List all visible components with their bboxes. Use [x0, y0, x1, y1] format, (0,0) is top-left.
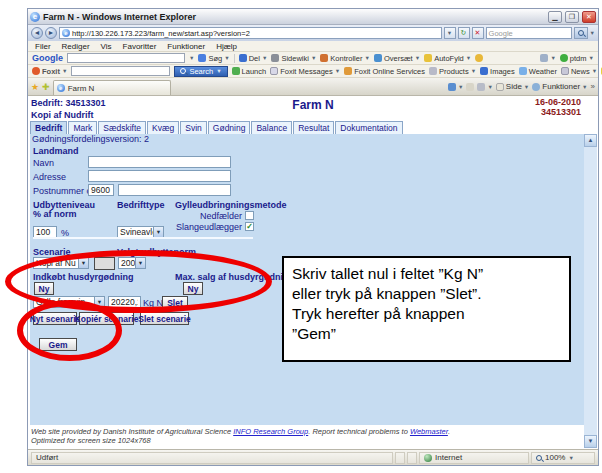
user-status-icon: [560, 54, 568, 62]
tab-bar: ★ ✚ e Farm N ▼ ▼ Side ▼ Funktioner ▼ »: [28, 78, 598, 95]
menu-favoritter[interactable]: Favoritter: [123, 42, 157, 51]
header-number: 34513301: [535, 107, 581, 117]
zoom-level: 100%: [545, 453, 565, 462]
foxit-toolbar: Foxit ▼ Search ▼ Launch Foxit Messages ▼…: [28, 65, 598, 78]
menu-vis[interactable]: Vis: [101, 42, 112, 51]
google-search-input[interactable]: [67, 53, 185, 63]
pencil-icon[interactable]: [475, 54, 483, 62]
chevron-down-icon[interactable]: ▼: [189, 55, 194, 61]
menu-bar: Filer Rediger Vis Favoritter Funktioner …: [28, 41, 598, 52]
foxit-item-weather[interactable]: Weather: [519, 67, 557, 76]
callout-line: Tryk herefter på knappen: [292, 304, 561, 324]
footer-text: . Report technical problems to: [308, 427, 410, 436]
tab-saedskifte[interactable]: Sædskifte: [98, 121, 146, 134]
url-dropdown-button[interactable]: ▼: [444, 27, 456, 39]
chevron-down-icon: ▼: [592, 68, 597, 74]
foxit-item-images[interactable]: Images: [480, 67, 515, 76]
google-account-button[interactable]: ptdm ▼: [560, 54, 594, 63]
toolbar-overflow-icon[interactable]: »: [591, 82, 595, 91]
foxit-item-products[interactable]: Products ▼: [429, 67, 476, 76]
google-item-del[interactable]: Del ▼: [239, 54, 268, 63]
slet-scenarie-button[interactable]: Slet scenarie: [140, 312, 189, 325]
udbytte-heading-line2: % af norm: [33, 209, 77, 219]
tab-mark[interactable]: Mark: [68, 121, 97, 134]
home-button[interactable]: ▼: [448, 83, 463, 91]
toolbar-wrench-button[interactable]: ▼: [540, 54, 555, 62]
google-item-kontroller[interactable]: Kontroller ▼: [320, 54, 370, 63]
menu-rediger[interactable]: Rediger: [62, 42, 90, 51]
postnr-field[interactable]: [88, 184, 114, 196]
tab-balance[interactable]: Balance: [251, 121, 292, 134]
footer-line1: Web site provided by Danish Institute of…: [31, 427, 571, 436]
messages-icon: [270, 67, 278, 75]
browser-window: e Farm N - Windows Internet Explorer ▁ ❐…: [27, 8, 599, 466]
news-icon: [561, 67, 569, 75]
url-field[interactable]: e http://130.226.173.223/farm_new/start.…: [59, 27, 442, 39]
google-item-label: Kontroller: [330, 54, 362, 63]
adresse-field[interactable]: [88, 170, 231, 182]
google-item-autofyld[interactable]: AutoFyld ▼: [424, 54, 471, 63]
foxit-item-messages[interactable]: Foxit Messages ▼: [270, 67, 340, 76]
chevron-down-icon: ▼: [311, 55, 316, 61]
tab-kvaeg[interactable]: Kvæg: [147, 121, 179, 134]
foxit-item-label: Weather: [529, 67, 557, 76]
footer-text: .: [448, 427, 450, 436]
vertical-scrollbar[interactable]: ▲ ▼: [584, 134, 597, 448]
chevron-down-icon: ▼: [335, 68, 340, 74]
menu-funktioner[interactable]: Funktioner: [167, 42, 205, 51]
menu-hjaelp[interactable]: Hjælp: [216, 42, 237, 51]
callout-line: ”Gem”: [292, 324, 561, 344]
add-favorite-icon[interactable]: ✚: [42, 82, 50, 92]
search-icon: [180, 68, 186, 74]
page-menu-button[interactable]: Side ▼: [496, 82, 529, 91]
back-button[interactable]: ◄: [31, 27, 43, 39]
foxit-item-online-services[interactable]: Foxit Online Services: [344, 67, 425, 76]
maximize-button[interactable]: ❐: [565, 11, 579, 23]
search-go-button[interactable]: [574, 27, 588, 39]
slangeudlaegger-checkbox[interactable]: ✓: [245, 222, 254, 231]
search-dropdown-icon[interactable]: ▼: [590, 30, 595, 36]
stop-button[interactable]: ✕: [472, 27, 484, 39]
foxit-logo-button[interactable]: Foxit ▼: [32, 67, 67, 76]
foxit-search-input[interactable]: [71, 66, 170, 76]
foxit-search-button[interactable]: Search ▼: [174, 66, 227, 77]
google-item-label: AutoFyld: [434, 54, 464, 63]
menu-filer[interactable]: Filer: [35, 42, 51, 51]
tab-svin[interactable]: Svin: [180, 121, 207, 134]
forward-button[interactable]: ►: [45, 27, 57, 39]
page-tab-strip: Bedrift Mark Sædskifte Kvæg Svin Gødning…: [30, 121, 404, 134]
zoom-control[interactable]: 100% ▼: [531, 452, 595, 464]
scroll-up-icon[interactable]: ▲: [584, 134, 597, 147]
minimize-button[interactable]: ▁: [548, 11, 562, 23]
chevron-down-icon: ▼: [458, 84, 463, 90]
tab-dokumentation[interactable]: Dokumentation: [335, 121, 402, 134]
search-input[interactable]: Google: [486, 27, 572, 39]
chevron-down-icon: ▼: [62, 68, 67, 74]
nedfaelder-checkbox[interactable]: [245, 211, 254, 220]
google-item-oversaet[interactable]: Oversæt ▼: [374, 54, 420, 63]
tab-goedning[interactable]: Gødning: [208, 121, 251, 134]
tools-menu-button[interactable]: Funktioner ▼: [532, 82, 587, 91]
print-button[interactable]: ▼: [477, 83, 492, 91]
scroll-down-icon[interactable]: ▼: [584, 435, 597, 448]
rss-feed-icon[interactable]: [466, 83, 474, 91]
favorites-star-icon[interactable]: ★: [31, 82, 39, 92]
navn-field[interactable]: [88, 156, 231, 168]
header-date-block: 16-06-2010 34513301: [535, 97, 581, 118]
by-field[interactable]: [118, 184, 231, 196]
google-item-sidewiki[interactable]: Sidewiki ▼: [271, 54, 316, 63]
tab-bedrift[interactable]: Bedrift: [30, 121, 67, 134]
foxit-item-news[interactable]: News ▼: [561, 67, 597, 76]
refresh-button[interactable]: ↻: [458, 27, 470, 39]
spellcheck-icon: [320, 54, 328, 62]
tab-resultat[interactable]: Resultat: [293, 121, 334, 134]
footer-link-info[interactable]: INFO Research Group: [233, 427, 308, 436]
google-search-button[interactable]: Søg ▼: [198, 54, 229, 63]
foxit-item-launch[interactable]: Launch: [232, 67, 267, 76]
close-button[interactable]: ✕: [582, 11, 596, 23]
footer-link-webmaster[interactable]: Webmaster: [410, 427, 448, 436]
search-placeholder: Google: [489, 29, 513, 38]
chevron-down-icon: ▼: [224, 55, 229, 61]
tab-farm-n[interactable]: e Farm N: [53, 80, 171, 95]
chevron-down-icon: ▼: [589, 55, 594, 61]
